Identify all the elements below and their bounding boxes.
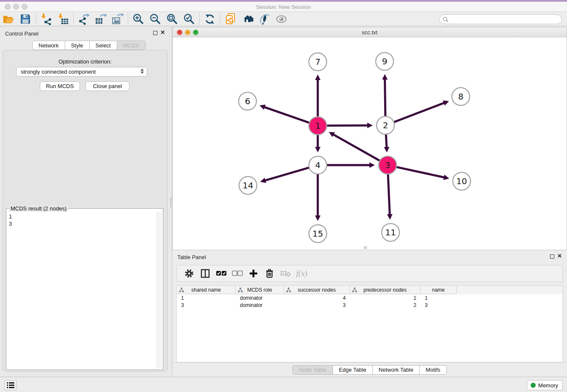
close-panel-button[interactable]: Close panel <box>85 81 129 91</box>
column-header-label: successor nodes <box>297 287 336 293</box>
control-panel-close-icon[interactable]: ✕ <box>160 29 165 36</box>
main-toolbar <box>0 12 567 26</box>
column-hierarchy-icon <box>352 287 357 293</box>
table-cell[interactable]: 3 <box>421 301 457 309</box>
toolbar-separator <box>73 14 74 25</box>
graph-edge-arrowhead <box>260 178 266 183</box>
network-view-window: × − + scc.txt 7968124314101511 <box>172 27 567 250</box>
control-panel-float-icon[interactable] <box>153 31 157 35</box>
trash-icon[interactable] <box>261 267 278 280</box>
table-panel-close-icon[interactable]: ✕ <box>557 253 562 259</box>
add-icon[interactable] <box>245 267 261 280</box>
column-header-name[interactable]: name <box>421 286 457 294</box>
tab-mcds[interactable]: MCDS <box>117 41 146 50</box>
column-header-MCDS-role[interactable]: MCDS role <box>236 286 284 294</box>
criterion-selected-value: strongly connected component <box>21 69 96 75</box>
tab-edge-table[interactable]: Edge Table <box>333 365 373 375</box>
graph-node-label: 14 <box>242 180 253 190</box>
refresh-icon[interactable] <box>201 13 218 25</box>
memory-button[interactable]: Memory <box>527 380 563 390</box>
save-session-icon[interactable] <box>17 13 34 25</box>
table-cell[interactable]: 2 <box>350 301 421 309</box>
tab-node-table[interactable]: Node Table <box>292 365 333 375</box>
tab-select[interactable]: Select <box>90 41 117 50</box>
zoom-fit-icon[interactable] <box>164 13 181 25</box>
graph-edge-2-3[interactable] <box>386 135 387 148</box>
graph-edge-arrowhead <box>443 175 449 180</box>
column-hierarchy-icon <box>286 287 291 293</box>
table-cell[interactable]: 1 <box>350 294 421 301</box>
graph-node-label: 1 <box>315 121 321 131</box>
table-row[interactable]: 3dominator323 <box>177 301 562 309</box>
toolbar-separator <box>128 14 128 25</box>
graph-edge-2-8[interactable] <box>394 103 444 122</box>
column-header-successor-nodes[interactable]: successor nodes <box>284 286 350 294</box>
table-cell[interactable]: dominator <box>236 301 284 309</box>
delete-table-icon[interactable] <box>278 267 294 280</box>
network-canvas[interactable]: 7968124314101511 <box>173 37 567 250</box>
column-header-predecessor-nodes[interactable]: predecessor nodes <box>350 286 421 294</box>
import-network-icon[interactable] <box>38 13 55 25</box>
mcds-result-line: 3 <box>9 220 155 227</box>
graph-edge-arrowhead <box>259 105 265 110</box>
graph-node-label: 7 <box>315 57 321 67</box>
zoom-out-icon[interactable] <box>147 13 164 25</box>
tab-style[interactable]: Style <box>65 41 90 50</box>
export-table-icon[interactable] <box>92 13 109 25</box>
mcds-result-textarea[interactable]: 1 3 <box>7 212 157 369</box>
function-fx-icon[interactable]: f(x) <box>294 267 310 280</box>
run-mcds-button[interactable]: Run MCDS <box>40 81 80 91</box>
columns-icon[interactable] <box>197 267 213 280</box>
column-hierarchy-icon <box>179 287 184 293</box>
column-header-shared-name[interactable]: shared name <box>177 286 236 294</box>
network-window-titlebar[interactable]: × − + scc.txt <box>173 28 567 37</box>
table-toolbar: f(x) <box>176 265 563 282</box>
mcds-result-fieldset: MCDS result (2 nodes) 1 3 <box>6 208 163 370</box>
table-cell[interactable]: dominator <box>236 294 284 301</box>
list-icon <box>7 382 14 388</box>
mcds-result-scrollbar[interactable] <box>157 212 162 369</box>
task-history-button[interactable] <box>4 380 17 390</box>
graph-edge-arrowhead <box>382 74 388 80</box>
canvas-resize-handle[interactable] <box>364 246 367 249</box>
graph-edge-3-11[interactable] <box>388 175 390 215</box>
export-network-icon[interactable] <box>75 13 92 25</box>
status-bar: Memory <box>0 377 567 392</box>
tab-network[interactable]: Network <box>32 41 65 50</box>
open-session-icon[interactable] <box>0 13 17 25</box>
table-cell[interactable]: 1 <box>177 294 236 301</box>
graph-edge-3-1[interactable] <box>333 134 379 160</box>
tab-network-table[interactable]: Network Table <box>373 365 420 375</box>
table-cell[interactable]: 3 <box>284 301 350 309</box>
mcds-result-title: MCDS result (2 nodes) <box>9 205 68 212</box>
graph-node-label: 9 <box>382 56 388 66</box>
select-all-checks-icon[interactable] <box>213 267 229 280</box>
clone-network-icon[interactable] <box>222 13 239 25</box>
table-row[interactable]: 1dominator411 <box>177 294 562 301</box>
network-graph: 7968124314101511 <box>173 37 567 250</box>
table-panel-float-icon[interactable] <box>550 254 554 259</box>
criterion-select[interactable]: strongly connected component <box>16 67 147 77</box>
gear-icon[interactable] <box>181 267 197 280</box>
export-image-icon[interactable] <box>109 13 126 25</box>
table-cell[interactable]: 4 <box>284 294 350 301</box>
style-brush-icon[interactable] <box>256 13 273 25</box>
tab-motifs[interactable]: Motifs <box>420 365 447 375</box>
memory-status-icon <box>531 383 536 388</box>
global-search-input[interactable] <box>439 14 562 24</box>
graph-edge-4-14[interactable] <box>264 168 308 180</box>
import-table-icon[interactable] <box>55 13 72 25</box>
deselect-checks-icon[interactable] <box>229 267 245 280</box>
graph-edge-1-6[interactable] <box>264 107 309 123</box>
graph-edge-1-2[interactable] <box>328 125 368 126</box>
first-neighbors-icon[interactable] <box>239 13 256 25</box>
graph-edge-3-10[interactable] <box>397 167 444 177</box>
zoom-selected-icon[interactable] <box>181 13 198 25</box>
zoom-in-icon[interactable] <box>130 13 147 25</box>
graph-node-label: 3 <box>385 160 391 170</box>
table-cell[interactable]: 1 <box>421 294 457 301</box>
table-cell[interactable]: 3 <box>177 301 236 309</box>
show-details-eye-icon[interactable] <box>273 13 290 25</box>
column-header-label: name <box>432 287 445 293</box>
graph-edge-2-9[interactable] <box>385 79 385 116</box>
